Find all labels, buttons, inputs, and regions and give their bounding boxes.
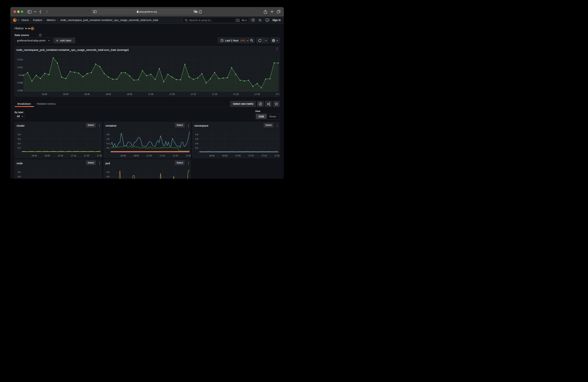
svg-text:0.8: 0.8 — [106, 133, 109, 136]
svg-text:17:20: 17:20 — [84, 154, 89, 157]
svg-text:17:30: 17:30 — [186, 154, 191, 157]
svg-text:16:50: 16:50 — [44, 154, 50, 157]
svg-text:17:10: 17:10 — [248, 154, 254, 157]
svg-text:0.8: 0.8 — [195, 133, 198, 136]
svg-text:16:40: 16:40 — [209, 154, 214, 157]
svg-text:0.6: 0.6 — [106, 138, 109, 140]
svg-text:0.4: 0.4 — [106, 142, 109, 145]
svg-text:0.8: 0.8 — [18, 171, 21, 173]
svg-text:16:40: 16:40 — [31, 154, 37, 157]
svg-text:0.2: 0.2 — [18, 147, 21, 149]
svg-text:0.4: 0.4 — [195, 142, 198, 145]
svg-text:17:30: 17:30 — [97, 154, 102, 157]
svg-text:0.4: 0.4 — [18, 142, 21, 145]
svg-text:0.2: 0.2 — [106, 147, 109, 149]
svg-text:17:00: 17:00 — [147, 154, 152, 157]
svg-text:17:00: 17:00 — [58, 154, 63, 157]
svg-text:0.6: 0.6 — [106, 175, 109, 178]
svg-text:0.2: 0.2 — [195, 147, 198, 149]
svg-text:16:40: 16:40 — [120, 154, 126, 157]
svg-text:17:20: 17:20 — [261, 154, 267, 157]
svg-text:16:50: 16:50 — [222, 154, 228, 157]
svg-text:17:20: 17:20 — [172, 154, 178, 157]
svg-text:0.8: 0.8 — [106, 171, 109, 173]
svg-text:17:10: 17:10 — [71, 154, 76, 157]
svg-text:0.8: 0.8 — [18, 133, 21, 136]
svg-text:17:00: 17:00 — [235, 154, 241, 157]
svg-text:16:50: 16:50 — [133, 154, 139, 157]
svg-text:17:30: 17:30 — [274, 154, 279, 157]
svg-text:0.6: 0.6 — [18, 138, 21, 140]
svg-text:0.6: 0.6 — [195, 138, 198, 140]
svg-text:17:10: 17:10 — [160, 154, 165, 157]
svg-text:0.6: 0.6 — [18, 175, 21, 178]
